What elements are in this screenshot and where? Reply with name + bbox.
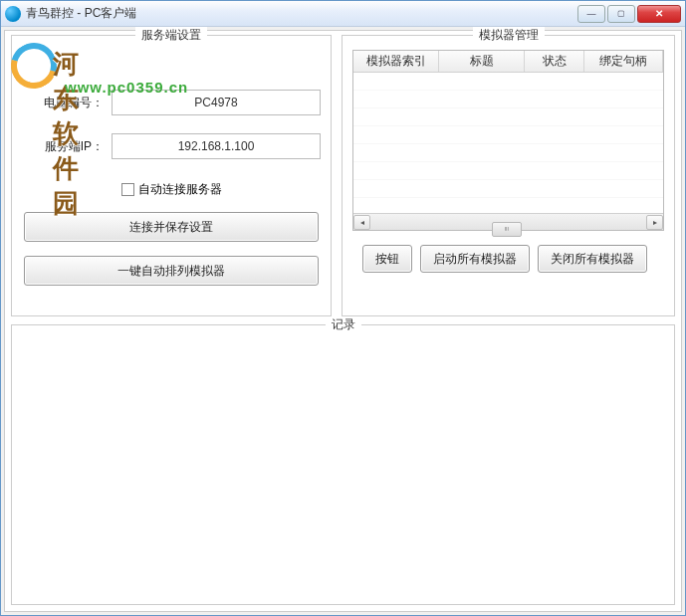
server-ip-row: 服务端IP： 192.168.1.100 bbox=[22, 133, 321, 159]
log-title: 记录 bbox=[326, 316, 361, 333]
table-body[interactable] bbox=[353, 73, 663, 213]
emulator-table[interactable]: 模拟器索引 标题 状态 绑定句柄 ◂ ▸ bbox=[352, 50, 664, 231]
horizontal-scrollbar[interactable]: ◂ ▸ bbox=[353, 213, 663, 230]
server-settings-group: 服务端设置 电脑编号： PC4978 服务端IP： 192.168.1.100 … bbox=[11, 35, 332, 316]
emulator-manager-group: 模拟器管理 模拟器索引 标题 状态 绑定句柄 ◂ ▸ bbox=[342, 35, 675, 316]
auto-connect-label: 自动连接服务器 bbox=[138, 181, 222, 198]
close-button[interactable] bbox=[637, 5, 681, 23]
generic-button[interactable]: 按钮 bbox=[362, 245, 412, 273]
log-group: 记录 bbox=[11, 324, 675, 605]
scroll-left-button[interactable]: ◂ bbox=[353, 215, 370, 230]
titlebar[interactable]: 青鸟群控 - PC客户端 bbox=[1, 1, 685, 27]
window-controls bbox=[577, 5, 681, 23]
emulator-manager-title: 模拟器管理 bbox=[473, 27, 545, 44]
pc-id-label: 电脑编号： bbox=[22, 95, 112, 111]
auto-connect-row[interactable]: 自动连接服务器 bbox=[121, 181, 321, 198]
app-window: 青鸟群控 - PC客户端 服务端设置 电脑编号： PC4978 服务端IP： 1… bbox=[0, 0, 686, 616]
connect-save-button[interactable]: 连接并保存设置 bbox=[24, 212, 319, 242]
window-title: 青鸟群控 - PC客户端 bbox=[26, 5, 577, 22]
pc-id-row: 电脑编号： PC4978 bbox=[22, 90, 321, 115]
col-handle[interactable]: 绑定句柄 bbox=[584, 51, 663, 72]
table-header: 模拟器索引 标题 状态 绑定句柄 bbox=[353, 51, 663, 73]
maximize-button[interactable] bbox=[607, 5, 635, 23]
arrange-emulators-button[interactable]: 一键自动排列模拟器 bbox=[24, 256, 319, 286]
server-ip-label: 服务端IP： bbox=[22, 138, 112, 155]
server-ip-input[interactable]: 192.168.1.100 bbox=[112, 133, 321, 159]
start-all-button[interactable]: 启动所有模拟器 bbox=[420, 245, 530, 273]
emulator-buttons: 按钮 启动所有模拟器 关闭所有模拟器 bbox=[352, 245, 664, 273]
client-area: 服务端设置 电脑编号： PC4978 服务端IP： 192.168.1.100 … bbox=[4, 30, 682, 612]
scroll-thumb[interactable] bbox=[492, 222, 522, 237]
top-row: 服务端设置 电脑编号： PC4978 服务端IP： 192.168.1.100 … bbox=[11, 35, 675, 316]
col-index[interactable]: 模拟器索引 bbox=[353, 51, 439, 72]
server-settings-title: 服务端设置 bbox=[135, 27, 207, 44]
col-status[interactable]: 状态 bbox=[525, 51, 584, 72]
app-icon bbox=[5, 6, 21, 22]
minimize-button[interactable] bbox=[577, 5, 605, 23]
col-title[interactable]: 标题 bbox=[439, 51, 525, 72]
close-all-button[interactable]: 关闭所有模拟器 bbox=[538, 245, 647, 273]
pc-id-input[interactable]: PC4978 bbox=[112, 90, 321, 115]
auto-connect-checkbox[interactable] bbox=[121, 183, 134, 196]
scroll-right-button[interactable]: ▸ bbox=[646, 215, 663, 230]
